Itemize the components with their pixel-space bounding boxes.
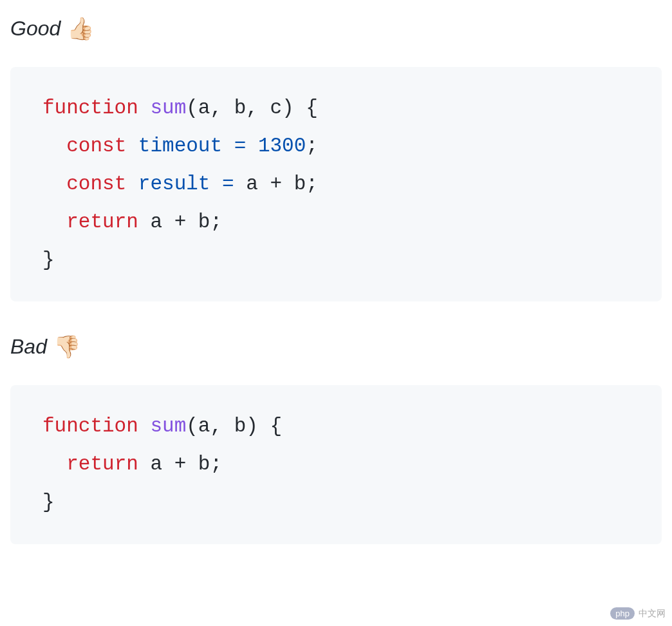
thumbs-up-icon: 👍🏻 <box>67 15 94 41</box>
thumbs-down-icon: 👎🏻 <box>53 334 80 359</box>
params: (a, b) { <box>186 415 282 437</box>
code-line: const result = a + b; <box>42 166 630 204</box>
number-literal: 1300 <box>258 135 306 157</box>
variable-name: timeout <box>138 135 222 157</box>
code-line: return a + b; <box>42 204 630 242</box>
keyword-function: function <box>42 415 138 437</box>
function-name: sum <box>150 97 186 119</box>
variable-name: result <box>138 173 210 195</box>
good-heading: Good 👍🏻 <box>10 15 662 41</box>
code-line: const timeout = 1300; <box>42 128 630 166</box>
bad-heading: Bad 👎🏻 <box>10 334 662 359</box>
code-line: } <box>42 484 630 522</box>
keyword-const: const <box>66 173 126 195</box>
code-line: function sum(a, b, c) { <box>42 90 630 128</box>
keyword-return: return <box>66 211 138 233</box>
keyword-return: return <box>66 453 138 475</box>
keyword-function: function <box>42 97 138 119</box>
code-line: return a + b; <box>42 446 630 484</box>
good-label: Good <box>10 17 61 41</box>
bad-label: Bad <box>10 335 47 359</box>
expression: a + b <box>138 211 210 233</box>
params: (a, b, c) { <box>186 97 318 119</box>
function-name: sum <box>150 415 186 437</box>
close-brace: } <box>42 491 55 513</box>
bad-code-block: function sum(a, b) { return a + b; } <box>10 385 662 544</box>
keyword-const: const <box>66 135 126 157</box>
code-line: function sum(a, b) { <box>42 408 630 446</box>
code-line: } <box>42 242 630 280</box>
expression: a + b <box>138 453 210 475</box>
good-code-block: function sum(a, b, c) { const timeout = … <box>10 67 662 301</box>
close-brace: } <box>42 249 55 271</box>
expression: a + b <box>246 173 306 195</box>
